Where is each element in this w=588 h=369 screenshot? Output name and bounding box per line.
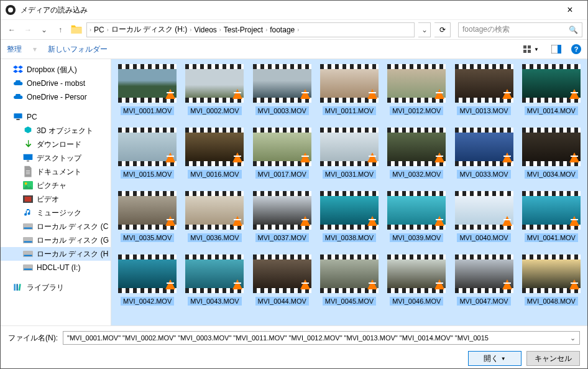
file-item[interactable]: MVI_0017.MOV — [250, 128, 315, 179]
file-item[interactable]: MVI_0033.MOV — [451, 128, 516, 179]
file-item[interactable]: MVI_0048.MOV — [519, 255, 584, 306]
tree-item[interactable]: ビデオ — [1, 192, 111, 206]
close-button[interactable]: × — [558, 4, 582, 16]
tree-item[interactable]: Dropbox (個人) — [1, 63, 111, 77]
tree-item[interactable]: OneDrive - mobst — [1, 77, 111, 90]
file-item[interactable]: MVI_0012.MOV — [384, 64, 449, 115]
open-button[interactable]: 開く ▼ — [468, 351, 521, 366]
svg-rect-19 — [23, 251, 33, 258]
file-item[interactable]: MVI_0037.MOV — [250, 191, 315, 242]
filename-input[interactable]: "MVI_0001.MOV" "MVI_0002.MOV" "MVI_0003.… — [63, 331, 580, 345]
file-item[interactable]: MVI_0044.MOV — [250, 255, 315, 306]
file-name: MVI_0016.MOV — [188, 170, 241, 179]
file-item[interactable]: MVI_0047.MOV — [451, 255, 516, 306]
file-item[interactable]: MVI_0045.MOV — [317, 255, 382, 306]
breadcrumb-item[interactable]: Videos — [194, 26, 216, 34]
tree-item[interactable]: ミュージック — [1, 206, 111, 220]
tree-item[interactable]: 3D オブジェクト — [1, 124, 111, 138]
file-name: MVI_0003.MOV — [255, 106, 309, 115]
video-thumbnail — [118, 191, 177, 230]
svg-rect-3 — [523, 50, 526, 53]
vlc-cone-icon — [434, 279, 444, 289]
breadcrumb-item[interactable]: PC — [94, 26, 104, 34]
tree-item[interactable]: ローカル ディスク (C — [1, 220, 111, 233]
breadcrumb-item[interactable]: ローカル ディスク (H:) — [111, 24, 188, 35]
file-grid[interactable]: MVI_0001.MOVMVI_0002.MOVMVI_0003.MOVMVI_… — [111, 59, 587, 325]
disk-icon — [23, 236, 33, 245]
file-item[interactable]: MVI_0002.MOV — [182, 64, 247, 115]
pic-icon — [23, 181, 33, 190]
recent-dropdown[interactable]: ⌄ — [38, 24, 50, 36]
search-input[interactable]: footageの検索 🔍 — [458, 22, 582, 37]
file-item[interactable]: MVI_0015.MOV — [115, 128, 180, 179]
video-thumbnail — [253, 191, 311, 230]
file-name: MVI_0001.MOV — [121, 106, 174, 115]
cancel-button[interactable]: キャンセル — [526, 351, 580, 366]
file-item[interactable]: MVI_0031.MOV — [317, 128, 382, 179]
up-button[interactable]: ↑ — [54, 24, 67, 36]
file-item[interactable]: MVI_0016.MOV — [182, 128, 247, 179]
music-icon — [23, 208, 33, 217]
file-item[interactable]: MVI_0040.MOV — [451, 191, 516, 242]
tree-item[interactable]: ピクチャ — [1, 179, 111, 192]
refresh-button[interactable]: ⟳ — [434, 22, 451, 37]
file-item[interactable]: MVI_0014.MOV — [519, 64, 584, 115]
file-item[interactable]: MVI_0046.MOV — [384, 255, 449, 306]
file-name: MVI_0033.MOV — [457, 170, 510, 179]
tree-item[interactable]: ライブラリ — [1, 281, 111, 294]
vlc-cone-icon — [165, 89, 175, 99]
video-thumbnail — [320, 255, 379, 293]
preview-pane-button[interactable] — [549, 44, 564, 55]
file-item[interactable]: MVI_0035.MOV — [115, 191, 180, 242]
tree-item[interactable]: ダウンロード — [1, 138, 111, 151]
file-item[interactable]: MVI_0041.MOV — [519, 191, 584, 242]
file-item[interactable]: MVI_0011.MOV — [317, 64, 382, 115]
video-thumbnail — [522, 255, 581, 293]
forward-button[interactable]: → — [22, 24, 34, 36]
vlc-cone-icon — [367, 279, 377, 289]
vlc-cone-icon — [569, 279, 579, 289]
organize-menu[interactable]: 整理 — [7, 44, 22, 55]
file-item[interactable]: MVI_0036.MOV — [182, 191, 247, 242]
vlc-cone-icon — [434, 89, 444, 99]
back-button[interactable]: ← — [6, 24, 18, 36]
tree-item-label: OneDrive - mobst — [27, 79, 85, 88]
tree-item[interactable]: PC — [1, 110, 111, 124]
file-name: MVI_0044.MOV — [255, 297, 309, 306]
file-item[interactable]: MVI_0001.MOV — [115, 64, 180, 115]
svg-rect-24 — [16, 284, 18, 291]
vlc-cone-icon — [569, 152, 579, 162]
file-name: MVI_0042.MOV — [121, 297, 174, 306]
vlc-cone-icon — [367, 89, 377, 99]
doc-icon — [23, 167, 33, 176]
thumbnails-icon — [523, 45, 533, 54]
file-item[interactable]: MVI_0043.MOV — [182, 255, 247, 306]
breadcrumb[interactable]: › PC›ローカル ディスク (H:)›Videos›Test-Project›… — [86, 22, 415, 37]
breadcrumb-dropdown[interactable]: ⌄ — [418, 22, 431, 37]
file-item[interactable]: MVI_0042.MOV — [115, 255, 180, 306]
tree-item[interactable]: OneDrive - Persor — [1, 90, 111, 104]
file-item[interactable]: MVI_0013.MOV — [451, 64, 516, 115]
file-name: MVI_0048.MOV — [525, 297, 578, 306]
tree-item[interactable]: HDCL-UT (I:) — [1, 261, 111, 274]
breadcrumb-item[interactable]: footage — [270, 26, 295, 34]
file-item[interactable]: MVI_0039.MOV — [384, 191, 449, 242]
file-item[interactable]: MVI_0003.MOV — [250, 64, 315, 115]
help-button[interactable]: ? — [571, 44, 581, 54]
tree-item-label: ローカル ディスク (G — [37, 235, 109, 246]
svg-rect-6 — [558, 45, 561, 54]
file-item[interactable]: MVI_0038.MOV — [317, 191, 382, 242]
video-thumbnail — [387, 64, 446, 103]
file-item[interactable]: MVI_0032.MOV — [384, 128, 449, 179]
disk-icon — [23, 222, 33, 231]
tree-item[interactable]: ローカル ディスク (G — [1, 233, 111, 247]
tree-item[interactable]: ドキュメント — [1, 165, 111, 179]
view-mode-button[interactable]: ▼ — [520, 44, 541, 55]
new-folder-button[interactable]: 新しいフォルダー — [48, 44, 108, 55]
file-item[interactable]: MVI_0034.MOV — [519, 128, 584, 179]
tree-item[interactable]: ローカル ディスク (H — [1, 247, 111, 261]
3d-icon — [23, 126, 33, 135]
tree-item[interactable]: デスクトップ — [1, 151, 111, 165]
breadcrumb-item[interactable]: Test-Project — [224, 26, 263, 34]
search-placeholder: footageの検索 — [462, 24, 510, 35]
